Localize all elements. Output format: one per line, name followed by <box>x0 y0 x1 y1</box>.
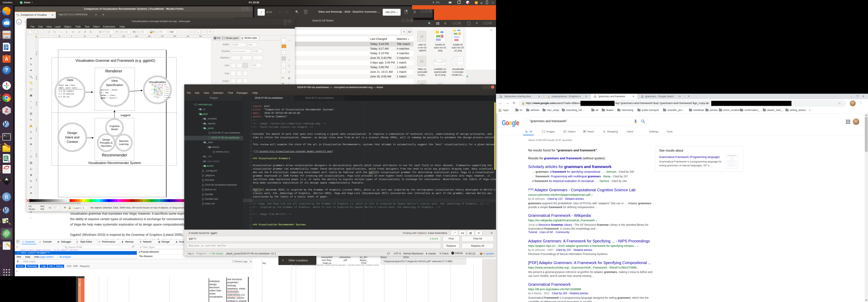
svg-text:class: class <box>164 84 166 85</box>
svg-text:5.3 20 suv: 5.3 20 suv <box>59 96 69 98</box>
svg-text:Data: Data <box>67 78 73 81</box>
svg-text:Learning: Learning <box>119 143 129 145</box>
svg-text:suggest: suggest <box>121 114 130 117</box>
svg-text:2 3 4 5 6 7: 2 3 4 5 6 7 <box>153 96 158 97</box>
svg-text:Design: Design <box>67 131 77 135</box>
svg-text:geom = "point"): geom = "point") <box>101 97 117 99</box>
svg-text:Model: Model <box>111 128 118 131</box>
svg-text:suv: suv <box>166 99 167 100</box>
svg-text:30: 30 <box>152 89 153 90</box>
svg-text:40: 40 <box>152 84 153 86</box>
svg-text:subcompact: subcompact <box>166 97 171 98</box>
svg-text:View: View <box>111 79 118 82</box>
svg-text:Renderer: Renderer <box>105 69 122 73</box>
svg-text:Intent and: Intent and <box>65 135 79 139</box>
svg-text:Visualisation Grammar and Fram: Visualisation Grammar and Framework (e.g… <box>75 59 155 63</box>
svg-text:4.2 23 midsize: 4.2 23 midsize <box>59 93 74 95</box>
svg-text:20: 20 <box>152 94 153 95</box>
svg-text:Heuristics: Heuristics <box>101 145 112 147</box>
svg-text:pickup: pickup <box>166 95 168 96</box>
svg-text:displ hwy class: displ hwy class <box>59 84 75 86</box>
svg-text:Specification: Specification <box>106 83 123 87</box>
svg-text:<dbl> <int> <chr>: <dbl> <int> <chr> <box>59 87 77 89</box>
svg-text:Design: Design <box>102 138 110 141</box>
svg-text:Visualisation: Visualisation <box>149 80 166 83</box>
svg-text:Principles &: Principles & <box>100 141 113 144</box>
svg-text:Visualisation Recommender Syst: Visualisation Recommender System <box>88 161 141 165</box>
svg-text:qplot(x = displ,: qplot(x = displ, <box>101 89 118 91</box>
svg-text:color = class,: color = class, <box>101 94 116 96</box>
svg-text:Machine: Machine <box>119 140 128 142</box>
svg-text:minivan: minivan <box>166 93 169 94</box>
svg-text:midsize: midsize <box>166 91 169 92</box>
svg-text:compact: compact <box>166 89 169 90</box>
svg-text:Recommender: Recommender <box>102 153 127 157</box>
svg-text:y = hwy,: y = hwy, <box>101 92 110 94</box>
svg-text:1.8 29 compact: 1.8 29 compact <box>59 90 74 92</box>
svg-text:2seater: 2seater <box>166 86 169 88</box>
svg-text:Cognitive: Cognitive <box>110 125 120 128</box>
svg-text:Context: Context <box>67 140 78 143</box>
